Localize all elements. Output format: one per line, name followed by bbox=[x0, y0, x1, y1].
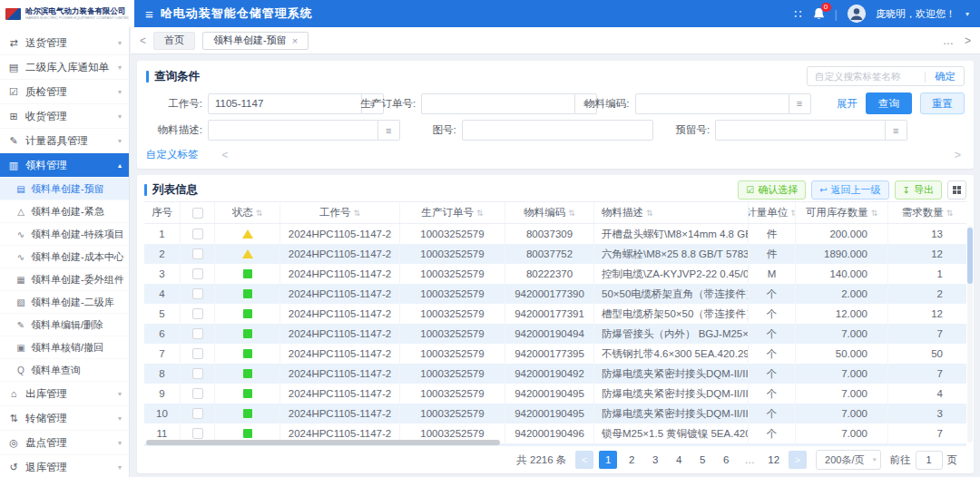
goto-page-input[interactable] bbox=[916, 451, 943, 470]
query-field-input[interactable] bbox=[715, 120, 886, 141]
sort-icon[interactable]: ⇅ bbox=[353, 209, 360, 218]
vertical-scrollbar-thumb[interactable] bbox=[967, 228, 973, 284]
sidebar-group[interactable]: ⇅ 转储管理 ▾ bbox=[0, 406, 129, 431]
row-checkbox[interactable] bbox=[192, 408, 203, 419]
page-ellipsis[interactable]: … bbox=[740, 451, 759, 469]
carousel-next-icon[interactable]: > bbox=[954, 148, 965, 161]
sidebar-group[interactable]: ▤ 二级库入库通知单 ▾ bbox=[0, 55, 129, 80]
page-number[interactable]: 4 bbox=[670, 451, 688, 469]
collapse-menu-icon[interactable]: ≡ bbox=[145, 7, 153, 21]
sidebar-subitem[interactable]: Q 领料单查询 bbox=[0, 359, 129, 382]
notification-bell-icon[interactable]: 0 bbox=[813, 7, 825, 20]
column-header: 生产订单号 ⇅ bbox=[400, 202, 505, 223]
sort-icon[interactable]: ⇅ bbox=[476, 209, 484, 218]
row-checkbox[interactable] bbox=[192, 428, 203, 439]
row-checkbox[interactable] bbox=[192, 328, 203, 339]
select-all-checkbox[interactable] bbox=[192, 208, 203, 219]
tag-confirm-button[interactable]: 确定 bbox=[926, 70, 964, 83]
toolbar-button[interactable]: ↧ 导出 bbox=[895, 180, 942, 200]
sort-icon[interactable]: ⇅ bbox=[871, 209, 878, 218]
page-number[interactable]: 5 bbox=[693, 451, 711, 469]
vertical-scrollbar[interactable] bbox=[967, 226, 973, 443]
row-checkbox[interactable] bbox=[192, 388, 203, 399]
row-checkbox[interactable] bbox=[192, 229, 203, 239]
sidebar-group-label: 领料管理 bbox=[25, 159, 113, 172]
sidebar-subitem[interactable]: ∿ 领料单创建-成本中心 bbox=[0, 246, 129, 268]
tab-scroll-right-icon[interactable]: > bbox=[965, 34, 971, 47]
query-field-input[interactable] bbox=[462, 120, 654, 141]
pagination-pages: 123456…12 bbox=[599, 451, 783, 469]
cell-work-no: 2024HPC1105-1147-2 bbox=[280, 404, 400, 423]
page-size-select[interactable]: 200条/页 ▾ bbox=[816, 450, 880, 470]
page-number[interactable]: 1 bbox=[599, 451, 617, 469]
sidebar-group[interactable]: ▥ 领料管理 ▴ bbox=[0, 153, 129, 178]
user-greeting[interactable]: 庞晓明，欢迎您！ bbox=[876, 7, 956, 21]
row-checkbox[interactable] bbox=[192, 288, 203, 299]
page-number[interactable]: 6 bbox=[717, 451, 735, 469]
tab-more-icon[interactable]: … bbox=[943, 34, 954, 47]
avatar[interactable] bbox=[848, 5, 866, 23]
row-checkbox[interactable] bbox=[192, 248, 203, 259]
stocktake-icon: ◎ bbox=[7, 437, 20, 449]
tab-requisition-reserve[interactable]: 领料单创建-预留 × bbox=[202, 32, 309, 50]
filter-icon[interactable]: ≡ bbox=[378, 120, 400, 141]
sidebar-subitem[interactable]: ✎ 领料单编辑/删除 bbox=[0, 314, 129, 336]
pagination-prev-icon[interactable]: < bbox=[575, 451, 593, 469]
search-button[interactable]: 查询 bbox=[866, 92, 912, 114]
column-settings-icon[interactable] bbox=[947, 180, 966, 200]
sidebar-group-label: 计量器具管理 bbox=[25, 134, 113, 148]
toolbar-button[interactable]: ↩ 返回上一级 bbox=[811, 180, 888, 200]
sidebar-subitem[interactable]: ▦ 领料单创建-委外组件 bbox=[0, 268, 129, 291]
sidebar-group[interactable]: ◎ 盘点管理 ▾ bbox=[0, 431, 129, 455]
expand-link[interactable]: 展开 bbox=[837, 97, 858, 111]
horizontal-scrollbar-thumb[interactable] bbox=[146, 440, 500, 445]
page-number[interactable]: 2 bbox=[622, 451, 641, 469]
sidebar-subitem[interactable]: △ 领料单创建-紧急 bbox=[0, 200, 129, 223]
cell-unit: 个 bbox=[749, 324, 796, 344]
sort-icon[interactable]: ⇅ bbox=[256, 209, 263, 218]
row-checkbox[interactable] bbox=[192, 348, 203, 359]
close-icon[interactable]: × bbox=[292, 35, 298, 46]
filter-icon[interactable]: ≡ bbox=[886, 120, 907, 141]
sidebar-group[interactable]: ↺ 退库管理 ▾ bbox=[0, 455, 129, 477]
query-field-input[interactable] bbox=[208, 93, 362, 114]
query-field-input[interactable] bbox=[635, 93, 789, 114]
cell-work-no: 2024HPC1105-1147-2 bbox=[280, 224, 400, 244]
sidebar-group-label: 收货管理 bbox=[25, 110, 113, 123]
status-ok-icon bbox=[243, 269, 252, 278]
sort-icon[interactable]: ⇅ bbox=[946, 209, 954, 218]
query-field-input[interactable] bbox=[208, 120, 378, 141]
sidebar-subitem[interactable]: ▤ 领料单创建-预留 bbox=[0, 178, 129, 200]
carousel-prev-icon[interactable]: < bbox=[222, 149, 229, 161]
sidebar-group[interactable]: ✎ 计量器具管理 ▾ bbox=[0, 129, 129, 153]
sidebar-group[interactable]: ☑ 质检管理 ▾ bbox=[0, 80, 129, 104]
tab-home[interactable]: 首页 bbox=[153, 32, 195, 50]
sidebar-group[interactable]: ⊞ 收货管理 ▾ bbox=[0, 104, 129, 129]
fullscreen-icon[interactable]: ∷ bbox=[794, 7, 802, 21]
page-number[interactable]: 12 bbox=[764, 451, 783, 469]
sort-icon[interactable]: ⇅ bbox=[568, 209, 575, 218]
sidebar-group[interactable]: ⇄ 送货管理 ▾ bbox=[0, 31, 129, 55]
row-checkbox[interactable] bbox=[192, 308, 203, 319]
cell-seq: 9 bbox=[144, 384, 181, 404]
sidebar-subitem[interactable]: ▣ 领料单核销/撤回 bbox=[0, 336, 129, 359]
sidebar-subitem[interactable]: ▧ 领料单创建-二级库 bbox=[0, 291, 129, 314]
reset-button[interactable]: 重置 bbox=[920, 92, 965, 114]
filter-icon[interactable]: ≡ bbox=[789, 93, 811, 114]
cell-material-code: 942000177395 bbox=[505, 344, 594, 364]
receiving-icon: ⊞ bbox=[7, 111, 20, 122]
cell-work-no: 2024HPC1105-1147-2 bbox=[280, 364, 400, 384]
tag-search-input[interactable] bbox=[808, 71, 924, 82]
chevron-down-icon[interactable]: ▾ bbox=[965, 10, 969, 18]
tab-scroll-left-icon[interactable]: < bbox=[140, 34, 146, 47]
row-checkbox[interactable] bbox=[192, 268, 203, 279]
page-number[interactable]: 3 bbox=[646, 451, 664, 469]
query-field-input[interactable] bbox=[421, 93, 575, 114]
sort-icon[interactable]: ⇅ bbox=[646, 209, 653, 218]
sidebar-subitem[interactable]: ∿ 领料单创建-特殊项目 bbox=[0, 223, 129, 246]
custom-tag-link[interactable]: 自定义标签 bbox=[146, 148, 199, 161]
toolbar-button[interactable]: ☑ 确认选择 bbox=[738, 180, 806, 200]
sidebar-group[interactable]: ⌂ 出库管理 ▾ bbox=[0, 382, 129, 406]
pagination-next-icon[interactable]: > bbox=[789, 451, 807, 469]
row-checkbox[interactable] bbox=[192, 368, 203, 379]
